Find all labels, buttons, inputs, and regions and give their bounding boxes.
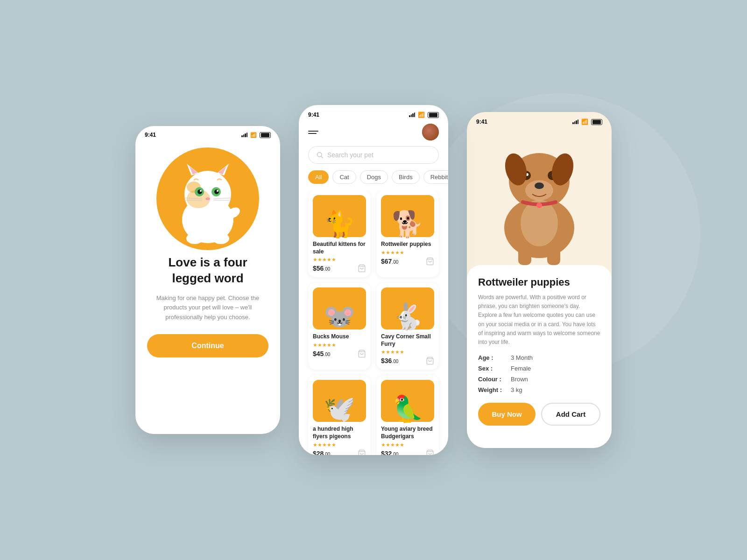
pet-image-2: 🐕 <box>381 195 434 237</box>
search-icon <box>316 151 324 159</box>
svg-point-44 <box>536 203 542 208</box>
svg-point-22 <box>317 153 322 157</box>
price-row-1: $56.00 <box>313 264 366 273</box>
pet-emoji-4: 🐇 <box>392 301 424 332</box>
pet-image-4: 🐇 <box>381 287 434 329</box>
svg-point-13 <box>217 190 218 192</box>
pet-card-4[interactable]: 🐇 Cavy Corner Small Furry ★★★★★ $36.00 <box>376 283 439 370</box>
cart-icon-2[interactable] <box>426 257 434 266</box>
cart-icon-1[interactable] <box>358 264 366 273</box>
price-row-3: $45.00 <box>313 350 366 358</box>
wifi-icon: 📶 <box>250 132 257 138</box>
status-bar-2: 9:41 📶 <box>299 105 448 118</box>
svg-rect-43 <box>547 246 560 265</box>
cat-illustration <box>161 152 254 245</box>
pet-stars-6: ★★★★★ <box>381 442 434 448</box>
pet-price-4: $36.00 <box>381 357 398 364</box>
menu-button[interactable] <box>308 131 318 134</box>
wifi-icon-3: 📶 <box>581 119 588 125</box>
phones-container: 9:41 📶 <box>135 105 612 455</box>
svg-point-12 <box>200 190 202 192</box>
pet-card-1[interactable]: 🐈 Beautiful kittens for sale ★★★★★ $56.0… <box>308 190 371 277</box>
hero-circle <box>156 147 259 250</box>
pet-card-5[interactable]: 🕊️ a hundred high flyers pigeons ★★★★★ $… <box>308 375 371 455</box>
cart-icon-5[interactable] <box>358 449 366 455</box>
pet-name-5: a hundred high flyers pigeons <box>313 426 366 440</box>
pet-price-1: $56.00 <box>313 265 330 272</box>
status-icons-2: 📶 <box>409 112 439 118</box>
status-bar-1: 9:41 📶 <box>135 126 280 138</box>
cart-icon-6[interactable] <box>426 449 434 455</box>
spec-weight: Weight : 3 kg <box>478 386 600 393</box>
status-icons-1: 📶 <box>241 132 271 138</box>
dog-illustration <box>474 134 605 265</box>
battery-icon <box>260 132 271 138</box>
pet-name-4: Cavy Corner Small Furry <box>381 333 434 348</box>
price-row-6: $32.00 <box>381 449 434 455</box>
svg-point-10 <box>197 189 202 194</box>
pet-card-2[interactable]: 🐕 Rottweiler puppies ★★★★★ $67.00 <box>376 190 439 277</box>
time-3: 9:41 <box>476 119 487 125</box>
status-icons-3: 📶 <box>572 119 602 125</box>
pet-name-2: Rottweiler puppies <box>381 241 434 248</box>
spec-value-weight: 3 kg <box>511 386 522 393</box>
signal-icon-3 <box>572 119 578 124</box>
tab-all[interactable]: All <box>308 170 329 184</box>
dog-hero <box>467 125 612 265</box>
add-cart-button[interactable]: Add Cart <box>541 403 600 426</box>
pet-image-6: 🦜 <box>381 380 434 422</box>
detail-specs: Age : 3 Month Sex : Female Colour : Brow… <box>478 354 600 393</box>
avatar[interactable] <box>422 124 439 140</box>
pet-price-5: $28.00 <box>313 450 330 455</box>
detail-title: Rottweiler puppies <box>478 276 600 288</box>
phone-splash: 9:41 📶 <box>135 126 280 434</box>
pet-emoji-5: 🕊️ <box>324 394 356 424</box>
tab-rebbit[interactable]: Rebbit <box>423 170 448 184</box>
detail-card: Rottweiler puppies Words are powerful. W… <box>467 265 612 448</box>
pet-image-1: 🐈 <box>313 195 366 237</box>
signal-icon-2 <box>409 112 415 117</box>
pet-name-3: Bucks Mouse <box>313 333 366 341</box>
pet-name-1: Beautiful kittens for sale <box>313 241 366 255</box>
signal-icon <box>241 133 247 137</box>
cart-icon-3[interactable] <box>358 350 366 358</box>
search-bar[interactable]: Search your pet <box>308 146 439 164</box>
spec-value-colour: Brown <box>511 376 528 383</box>
pet-price-2: $67.00 <box>381 258 398 265</box>
spec-label-colour: Colour : <box>478 376 511 383</box>
price-row-5: $28.00 <box>313 449 366 455</box>
status-bar-3: 9:41 📶 <box>467 112 612 125</box>
cart-icon-4[interactable] <box>426 357 434 365</box>
svg-rect-42 <box>518 246 531 265</box>
pet-emoji-1: 🐈 <box>324 209 356 239</box>
splash-tagline: Love is a four legged word <box>135 255 280 287</box>
spec-value-sex: Female <box>511 365 531 372</box>
svg-point-14 <box>205 197 210 200</box>
svg-line-23 <box>321 156 323 158</box>
pet-card-3[interactable]: 🐭 Bucks Mouse ★★★★★ $45.00 <box>308 283 371 370</box>
price-row-4: $36.00 <box>381 357 434 365</box>
time-2: 9:41 <box>308 112 319 118</box>
spec-colour: Colour : Brown <box>478 376 600 383</box>
avatar-image <box>422 124 439 140</box>
svg-point-19 <box>186 233 203 244</box>
svg-point-11 <box>214 189 219 194</box>
splash-subtitle: Making for one happy pet. Choose the pro… <box>135 287 280 329</box>
battery-icon-3 <box>591 119 602 125</box>
pet-card-6[interactable]: 🦜 Young aviary breed Budgerigars ★★★★★ $… <box>376 375 439 455</box>
battery-icon-2 <box>428 112 439 118</box>
buy-now-button[interactable]: Buy Now <box>478 403 536 426</box>
pet-stars-2: ★★★★★ <box>381 250 434 256</box>
tab-dogs[interactable]: Dogs <box>360 170 388 184</box>
time-1: 9:41 <box>145 132 156 138</box>
pet-image-3: 🐭 <box>313 287 366 329</box>
pet-emoji-6: 🦜 <box>392 394 424 424</box>
pet-image-5: 🕊️ <box>313 380 366 422</box>
svg-point-20 <box>212 233 229 244</box>
pet-stars-1: ★★★★★ <box>313 257 366 263</box>
tab-cat[interactable]: Cat <box>332 170 356 184</box>
action-buttons: Buy Now Add Cart <box>478 403 600 426</box>
continue-button[interactable]: Continue <box>147 334 268 357</box>
detail-description: Words are powerful. With a positive word… <box>478 293 600 347</box>
tab-birds[interactable]: Birds <box>392 170 420 184</box>
